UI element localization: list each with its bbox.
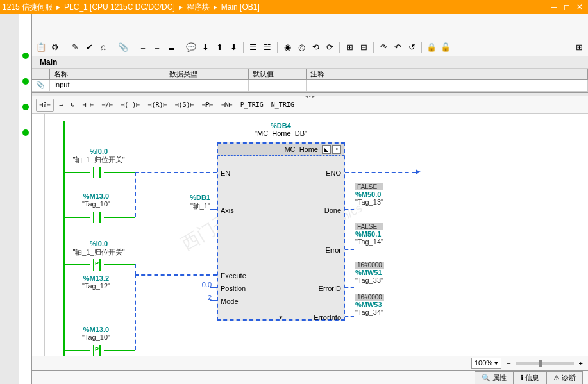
input-mode[interactable]: 2 [186, 294, 212, 301]
tag-c3[interactable]: %I0.0 "轴_1_归位开关" [67, 240, 131, 257]
tag-c1[interactable]: %I0.0 "轴_1_归位开关" [67, 147, 131, 165]
breadcrumb-sep: ▸ [56, 3, 60, 12]
online-dot [22, 78, 29, 85]
tb-btn[interactable]: ✎ [69, 41, 81, 54]
zoom-plus[interactable]: + [579, 360, 583, 367]
tb-btn[interactable]: ⎌ [97, 41, 110, 54]
zoom-select[interactable]: 100% ▾ [471, 358, 501, 369]
col-type[interactable]: 数据类型 [165, 69, 249, 79]
fb-mc-home[interactable]: MC_Home ◣ ⚬ EN ENO Axis Done Error Execu… [217, 142, 345, 321]
input-position[interactable]: 0.0 [186, 281, 212, 288]
output-error[interactable]: FALSE %M50.1 "Tag_14" [355, 223, 383, 246]
lad-p[interactable]: ⊣P⊢ [199, 99, 216, 112]
tag-c5[interactable]: %M13.0 "Tag_10" [71, 326, 122, 341]
tb-btn[interactable]: ◉ [281, 41, 294, 54]
tb-btn[interactable]: ↺ [405, 41, 418, 54]
row-icon[interactable]: 📎 ▾ [32, 80, 50, 91]
online-dot [22, 53, 29, 59]
tb-btn[interactable]: ⬇ [227, 41, 240, 54]
online-status-strip [19, 14, 32, 384]
tb-btn[interactable]: 💬 [185, 41, 197, 54]
ladder-editor[interactable]: 西门子工业找答案 support.industry.siemens.com/cs… [45, 114, 588, 356]
contact-p-1[interactable]: P [90, 259, 104, 271]
lad-s[interactable]: ⊣(S)⊢ [172, 99, 196, 112]
upper-pane [32, 14, 588, 38]
fb-param-icon[interactable]: ⚬ [332, 145, 341, 154]
eno-arrow-icon [416, 169, 421, 174]
zoom-slider[interactable] [516, 362, 574, 365]
tb-btn[interactable]: ⊟ [357, 41, 370, 54]
lad-ntrig[interactable]: N_TRIG [269, 99, 297, 112]
tb-btn[interactable]: ☱ [261, 41, 274, 54]
tag-c4[interactable]: %M13.2 "Tag_12" [71, 274, 122, 290]
contact-p-2[interactable]: P [90, 345, 104, 356]
output-done[interactable]: FALSE %M50.0 "Tag_13" [355, 183, 383, 206]
tab-diagnostics[interactable]: ⚠ 诊断 [546, 371, 583, 384]
main-toolbar: 📋 ⚙ ✎ ✔ ⎌ 📎 ≡ ≡ ≣ 💬 ⬇ ⬆ ⬇ ☰ ☱ ◉ ◎ ⟲ ⟳ [32, 38, 588, 56]
tag-c2[interactable]: %M13.0 "Tag_10" [71, 192, 122, 208]
lad-r[interactable]: ⊣(R)⊢ [145, 99, 169, 112]
tab-info[interactable]: ℹ 信息 [514, 371, 546, 384]
tb-btn[interactable]: ⟲ [309, 41, 322, 54]
tb-btn[interactable]: ≡ [137, 41, 149, 54]
output-errorinfo[interactable]: 16#0000 %MW53 "Tag_34" [355, 294, 384, 316]
port-execute: Execute [221, 272, 246, 280]
contact-no-2[interactable] [90, 212, 104, 223]
zoom-minus[interactable]: − [507, 360, 510, 367]
tb-btn[interactable]: ◎ [295, 41, 308, 54]
lad-no[interactable]: ⊣ ⊢ [80, 99, 96, 112]
breadcrumb-sep: ▸ [214, 3, 217, 12]
lad-help[interactable]: ⊣?⊢ [36, 99, 54, 112]
lad-nc[interactable]: ⊣/⊢ [99, 99, 115, 112]
contact-no-1[interactable] [90, 167, 104, 178]
tb-btn[interactable]: 📋 [35, 41, 47, 54]
tb-btn[interactable]: ⟳ [323, 41, 336, 54]
tb-btn[interactable]: ⬇ [199, 41, 212, 54]
tb-btn[interactable]: 🔓 [439, 41, 452, 54]
port-error: Error [326, 246, 341, 254]
lad-n[interactable]: ⊣N⊢ [219, 99, 235, 112]
tb-btn[interactable]: ↶ [391, 41, 404, 54]
close-button[interactable]: ✕ [574, 2, 585, 12]
minimize-button[interactable]: ─ [548, 2, 560, 12]
row-input[interactable]: Input [50, 80, 165, 91]
tb-btn[interactable]: ↷ [377, 41, 390, 54]
tab-properties[interactable]: 🔍 属性 [475, 371, 514, 384]
port-axis: Axis [221, 206, 234, 214]
online-dot [22, 104, 29, 110]
title-plc: PLC_1 [CPU 1215C DC/DC/DC] [64, 3, 175, 12]
tb-btn[interactable]: ⬆ [213, 41, 226, 54]
tb-btn[interactable]: ≡ [151, 41, 164, 54]
interface-table: 名称 数据类型 默认值 注释 📎 ▾ Input [32, 69, 588, 92]
lad-ptrig[interactable]: P_TRIG [238, 99, 266, 112]
input-axis[interactable]: %DB1 "轴_1" [165, 194, 210, 211]
col-default[interactable]: 默认值 [249, 69, 307, 79]
title-block: Main [OB1] [221, 3, 260, 12]
power-rail [63, 121, 65, 356]
lad-branch[interactable]: ↳ [68, 99, 77, 112]
port-en: EN [221, 169, 230, 177]
lad-coil[interactable]: ⊣( )⊢ [118, 99, 142, 112]
tb-btn[interactable]: ✔ [83, 41, 96, 54]
port-done: Done [324, 206, 341, 214]
status-strip-inner [32, 114, 45, 356]
tb-btn[interactable]: ⊞ [343, 41, 356, 54]
tb-btn[interactable]: ⚙ [49, 41, 62, 54]
horizontal-splitter[interactable]: ◂ ▪ ▸ [32, 92, 588, 96]
tb-btn[interactable]: ⊞ [573, 41, 585, 54]
tb-btn[interactable]: ≣ [165, 41, 178, 54]
instance-db-label: %DB4 "MC_Home_DB" [230, 122, 332, 137]
col-comment[interactable]: 注释 [307, 69, 588, 79]
tb-btn[interactable]: ☰ [247, 41, 260, 54]
fb-info-icon[interactable]: ◣ [322, 145, 331, 154]
far-left-panel [0, 14, 19, 384]
maximize-button[interactable]: ◻ [561, 2, 573, 12]
tb-btn[interactable]: 📎 [117, 41, 130, 54]
tb-btn[interactable]: 🔒 [425, 41, 438, 54]
lad-arrow[interactable]: → [56, 99, 65, 112]
title-project: 1215 信捷伺服 [3, 2, 53, 13]
col-name[interactable]: 名称 [50, 69, 165, 79]
port-eno: ENO [326, 169, 341, 177]
output-errorid[interactable]: 16#0000 %MW51 "Tag_33" [355, 262, 384, 284]
title-bar: 1215 信捷伺服 ▸ PLC_1 [CPU 1215C DC/DC/DC] ▸… [0, 0, 588, 14]
